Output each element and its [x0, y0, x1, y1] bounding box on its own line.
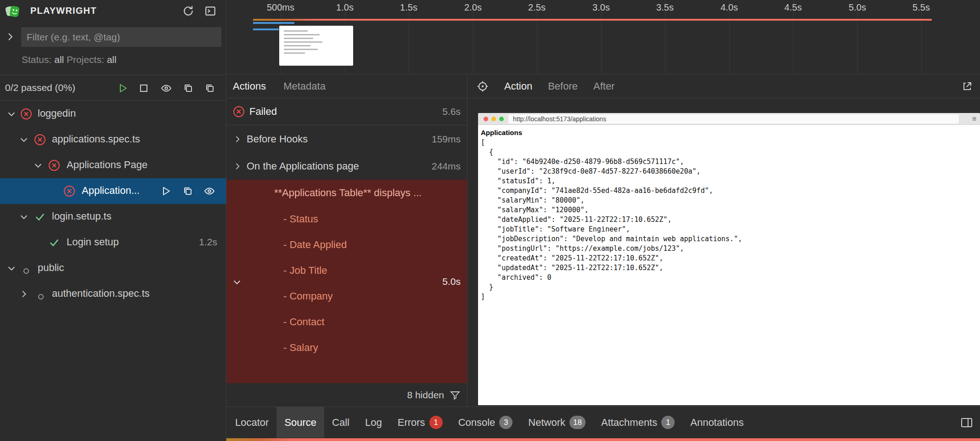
tab-locator[interactable]: Locator: [227, 407, 276, 438]
timeline-error-bar: [253, 19, 932, 21]
pick-locator-target-icon[interactable]: [477, 80, 489, 92]
timeline-tick: 4.0s: [709, 2, 750, 13]
tree-item-label: applications.spec.ts: [52, 133, 140, 145]
status-value[interactable]: all: [54, 54, 64, 65]
snapshot-url: http://localhost:5173/applications: [513, 115, 606, 123]
snapshot-panel: Action Before After http://localhost:517…: [467, 74, 980, 407]
copy-icon[interactable]: [182, 186, 193, 197]
projects-label: Projects:: [67, 54, 104, 65]
action-on-applications-page[interactable]: On the Applications page 244ms: [226, 153, 467, 180]
failed-step-line: - Salary: [283, 342, 318, 355]
hidden-count-label: 8 hidden: [407, 390, 444, 401]
tab-label: Network: [528, 417, 565, 429]
tab-label: Annotations: [690, 417, 743, 429]
actions-tabstrip: Actions Metadata: [226, 74, 467, 98]
failed-label: Failed: [249, 106, 277, 118]
chevron-right-icon[interactable]: [233, 135, 242, 144]
failed-status-icon: [20, 108, 32, 123]
open-external-icon[interactable]: [962, 81, 973, 92]
passed-check-icon: [34, 211, 46, 226]
filter-expand-chevron-icon[interactable]: [5, 31, 16, 45]
playwright-logo-icon: [6, 4, 20, 18]
watch-eye-icon[interactable]: [204, 186, 215, 197]
tree-item-applications-page[interactable]: Applications Page: [0, 153, 226, 178]
chevron-down-icon[interactable]: [33, 160, 43, 173]
tab-network[interactable]: Network 18: [520, 407, 593, 438]
tree-item-loggedin[interactable]: loggedin: [0, 101, 226, 127]
tree-item-application-selected[interactable]: Application...: [0, 178, 226, 204]
tab-action[interactable]: Action: [504, 80, 532, 92]
actions-panel: Actions Metadata Failed 5.6s Before Hook…: [226, 74, 467, 407]
network-count-badge: 18: [569, 416, 586, 429]
projects-value[interactable]: all: [107, 54, 117, 65]
traffic-light-yellow: [491, 117, 496, 121]
tab-errors[interactable]: Errors 1: [390, 407, 451, 438]
tab-annotations[interactable]: Annotations: [682, 407, 751, 438]
filter-input[interactable]: [21, 27, 221, 47]
tab-metadata[interactable]: Metadata: [283, 80, 326, 92]
tab-source[interactable]: Source: [276, 407, 324, 438]
filter-funnel-icon[interactable]: [450, 390, 461, 401]
run-all-button[interactable]: [117, 82, 129, 94]
chevron-right-icon[interactable]: [19, 289, 29, 302]
snapshot-page-content: Applications [ { "id": "64b9240e-d250-48…: [478, 125, 980, 405]
terminal-button[interactable]: [204, 5, 217, 17]
tab-before[interactable]: Before: [548, 80, 578, 92]
tree-item-login-setup-file[interactable]: login.setup.ts: [0, 204, 226, 230]
tree-item-applications-spec[interactable]: applications.spec.ts: [0, 127, 226, 153]
chevron-down-icon[interactable]: [19, 212, 29, 225]
tree-item-public[interactable]: public: [0, 255, 226, 281]
page-json-body: [ { "id": "64b9240e-d250-4879-96b8-d569c…: [481, 138, 980, 302]
bottom-tabstrip: Locator Source Call Log Errors 1 Console…: [226, 407, 980, 438]
tree-item-login-setup[interactable]: Login setup 1.2s: [0, 230, 226, 255]
run-test-button[interactable]: [160, 186, 171, 197]
chevron-down-icon[interactable]: [6, 109, 17, 122]
tree-item-label: login.setup.ts: [52, 210, 112, 222]
failed-status-icon: [63, 185, 75, 200]
playwright-trace-viewer: PLAYWRIGHT Status: all Projects: all 0/: [0, 0, 980, 441]
collapse-all-button[interactable]: [182, 82, 194, 94]
toggle-columns-icon[interactable]: [961, 407, 980, 438]
chevron-down-icon[interactable]: [19, 135, 29, 147]
chevron-down-icon[interactable]: [6, 263, 17, 276]
tab-attachments[interactable]: Attachments 1: [593, 407, 682, 438]
failed-step-title: **Applications Table** displays ...: [274, 187, 422, 199]
failed-step-applications-table[interactable]: **Applications Table** displays ... - St…: [226, 180, 467, 383]
action-duration: 159ms: [432, 134, 461, 145]
failed-step-line: - Company: [283, 290, 333, 303]
test-progress-text: 0/2 passed (0%): [5, 82, 75, 93]
tab-after[interactable]: After: [593, 80, 614, 92]
console-count-badge: 3: [499, 416, 513, 429]
failed-status-icon: [48, 159, 60, 174]
failed-status-icon: [233, 106, 245, 118]
failed-step-line: - Contact: [283, 316, 324, 329]
chevron-right-icon[interactable]: [233, 162, 242, 171]
chevron-down-icon[interactable]: [232, 277, 242, 290]
pending-status-icon: [38, 291, 44, 303]
reload-button[interactable]: [182, 5, 195, 17]
stop-button[interactable]: [138, 82, 150, 94]
failed-header-row[interactable]: Failed 5.6s: [226, 98, 467, 125]
failed-step-duration: 5.0s: [442, 276, 461, 287]
tab-log[interactable]: Log: [357, 407, 390, 438]
duplicate-view-button[interactable]: [204, 82, 216, 94]
action-before-hooks[interactable]: Before Hooks 159ms: [226, 125, 467, 153]
tree-item-authentication-spec[interactable]: authentication.spec.ts: [0, 281, 226, 307]
filter-status-line: Status: all Projects: all: [22, 54, 117, 65]
tab-label: Errors: [398, 417, 425, 429]
tab-call[interactable]: Call: [324, 407, 357, 438]
tab-label: Log: [365, 417, 382, 429]
failed-status-icon: [34, 134, 46, 148]
timeline-track[interactable]: 500ms 1.0s 1.5s 2.0s 2.5s 3.0s 3.5s 4.0s…: [226, 0, 980, 74]
pending-status-icon: [23, 265, 29, 277]
tab-console[interactable]: Console 3: [451, 407, 521, 438]
bottom-bar: Locator Source Call Log Errors 1 Console…: [226, 407, 980, 441]
tab-label: Console: [458, 417, 496, 429]
test-duration: 1.2s: [199, 237, 217, 248]
errors-count-badge: 1: [429, 416, 443, 429]
timeline-tick: 500ms: [260, 2, 301, 13]
timeline-film-thumbnail[interactable]: [279, 26, 353, 66]
watch-all-eye-button[interactable]: [160, 82, 172, 94]
tab-label: Call: [332, 417, 349, 429]
tab-actions[interactable]: Actions: [233, 80, 266, 92]
